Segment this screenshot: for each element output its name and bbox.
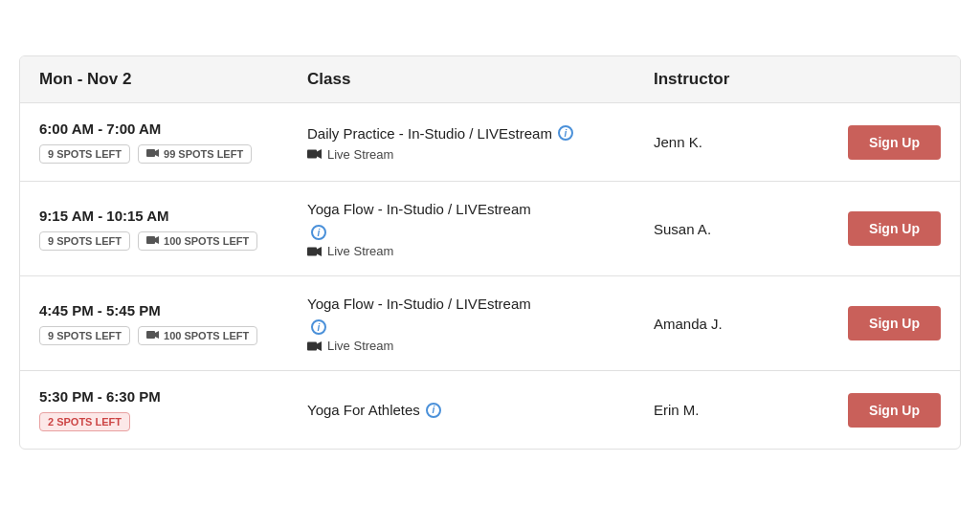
instructor-cell: Jenn K. — [654, 134, 807, 150]
instructor-cell: Susan A. — [654, 221, 807, 237]
action-cell: Sign Up — [807, 211, 941, 246]
svg-marker-11 — [317, 341, 322, 351]
spots-badges: 2 SPOTS LEFT — [39, 412, 307, 431]
schedule-table: Mon - Nov 2 Class Instructor 6:00 AM - 7… — [19, 55, 961, 450]
info-icon[interactable]: i — [426, 403, 441, 418]
svg-marker-9 — [155, 331, 159, 339]
spots-badge-stream: 99 SPOTS LEFT — [138, 144, 252, 164]
time-text: 4:45 PM - 5:45 PM — [39, 302, 307, 318]
class-name: Yoga For Athletes — [307, 400, 420, 420]
action-cell: Sign Up — [807, 125, 941, 160]
class-cell: Yoga For Athletes i — [307, 400, 654, 420]
livestream-icon — [307, 246, 323, 257]
class-cell: Yoga Flow - In-Studio / LIVEstream i Liv… — [307, 294, 654, 353]
instructor-cell: Amanda J. — [654, 316, 807, 332]
sign-up-button[interactable]: Sign Up — [848, 211, 941, 246]
svg-marker-1 — [155, 149, 159, 157]
video-icon — [146, 330, 160, 341]
time-text: 9:15 AM - 10:15 AM — [39, 208, 307, 224]
spots-badge-studio: 9 SPOTS LEFT — [39, 144, 130, 164]
svg-rect-2 — [307, 150, 317, 159]
live-stream-label: Live Stream — [307, 339, 654, 353]
spots-badges: 9 SPOTS LEFT 99 SPOTS LEFT — [39, 144, 307, 164]
spots-badge-studio: 9 SPOTS LEFT — [39, 231, 130, 251]
spots-badge-studio: 9 SPOTS LEFT — [39, 326, 130, 345]
time-cell: 9:15 AM - 10:15 AM 9 SPOTS LEFT 100 SPOT… — [39, 208, 307, 251]
class-name: Yoga Flow - In-Studio / LIVEstream — [307, 199, 531, 219]
spots-badge-stream: 100 SPOTS LEFT — [138, 326, 257, 345]
time-cell: 4:45 PM - 5:45 PM 9 SPOTS LEFT 100 SPOTS… — [39, 302, 307, 345]
info-icon[interactable]: i — [558, 125, 573, 141]
svg-rect-8 — [146, 331, 155, 339]
class-name: Yoga Flow - In-Studio / LIVEstream — [307, 294, 531, 314]
instructor-header: Instructor — [654, 70, 807, 89]
class-cell: Daily Practice - In-Studio / LIVEstream … — [307, 123, 654, 162]
table-header: Mon - Nov 2 Class Instructor — [20, 56, 960, 103]
time-text: 6:00 AM - 7:00 AM — [39, 121, 307, 137]
svg-rect-0 — [146, 149, 155, 157]
sign-up-button[interactable]: Sign Up — [848, 306, 941, 340]
table-row: 4:45 PM - 5:45 PM 9 SPOTS LEFT 100 SPOTS… — [20, 276, 960, 371]
time-text: 5:30 PM - 6:30 PM — [39, 388, 307, 405]
action-cell: Sign Up — [807, 393, 941, 428]
livestream-icon — [307, 340, 323, 352]
video-icon — [146, 148, 160, 160]
class-name-row: Yoga For Athletes i — [307, 400, 654, 420]
livestream-icon — [307, 148, 323, 160]
spots-badges: 9 SPOTS LEFT 100 SPOTS LEFT — [39, 231, 307, 251]
sign-up-button[interactable]: Sign Up — [848, 125, 941, 160]
sign-up-button[interactable]: Sign Up — [848, 393, 941, 428]
class-name-row: Yoga Flow - In-Studio / LIVEstream — [307, 199, 654, 219]
info-icon[interactable]: i — [311, 319, 326, 335]
class-name-row: Daily Practice - In-Studio / LIVEstream … — [307, 123, 654, 143]
spots-badge-stream: 100 SPOTS LEFT — [138, 231, 257, 251]
spots-badge-low: 2 SPOTS LEFT — [39, 412, 130, 431]
class-name: Daily Practice - In-Studio / LIVEstream — [307, 123, 552, 143]
video-icon — [146, 235, 160, 247]
svg-rect-4 — [146, 236, 155, 244]
action-header — [807, 70, 941, 89]
svg-marker-5 — [155, 236, 159, 244]
time-cell: 6:00 AM - 7:00 AM 9 SPOTS LEFT 99 SPOTS … — [39, 121, 307, 164]
date-header: Mon - Nov 2 — [39, 70, 307, 89]
info-icon[interactable]: i — [311, 225, 326, 240]
class-cell: Yoga Flow - In-Studio / LIVEstream i Liv… — [307, 199, 654, 258]
svg-rect-6 — [307, 247, 317, 255]
class-name-row: Yoga Flow - In-Studio / LIVEstream — [307, 294, 654, 314]
instructor-cell: Erin M. — [654, 402, 807, 418]
live-stream-label: Live Stream — [307, 147, 654, 162]
svg-rect-10 — [307, 341, 317, 350]
svg-marker-7 — [317, 247, 322, 256]
time-cell: 5:30 PM - 6:30 PM 2 SPOTS LEFT — [39, 388, 307, 431]
table-row: 9:15 AM - 10:15 AM 9 SPOTS LEFT 100 SPOT… — [20, 182, 960, 276]
class-header: Class — [307, 70, 654, 89]
live-stream-label: Live Stream — [307, 244, 654, 258]
svg-marker-3 — [317, 149, 322, 159]
table-row: 6:00 AM - 7:00 AM 9 SPOTS LEFT 99 SPOTS … — [20, 103, 960, 182]
action-cell: Sign Up — [807, 306, 941, 340]
spots-badges: 9 SPOTS LEFT 100 SPOTS LEFT — [39, 326, 307, 345]
table-row: 5:30 PM - 6:30 PM 2 SPOTS LEFT Yoga For … — [20, 371, 960, 449]
